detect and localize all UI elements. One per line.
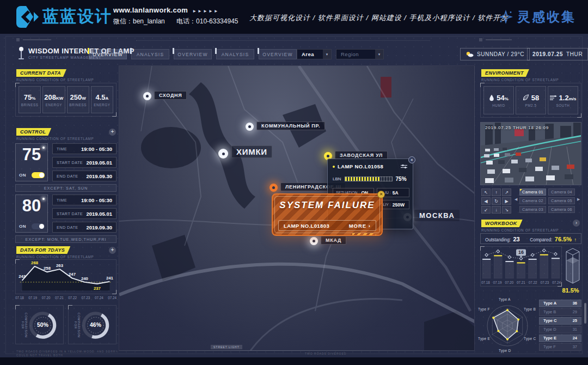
map-pin-skhodnya[interactable] bbox=[143, 92, 151, 100]
city-map[interactable]: СХОДНЯ КОММУНАЛЬНЫЙ ПР. ХИМКИ ЗАВОДСКАЯ … bbox=[119, 65, 475, 351]
map-pin-leningradskoe[interactable] bbox=[270, 184, 278, 192]
line-chart: 243268258263247240237241 bbox=[16, 260, 116, 294]
caret-down-icon: ▾ bbox=[323, 50, 331, 59]
close-icon[interactable]: ✕ bbox=[377, 191, 385, 198]
camera-02-button[interactable]: Camera 02 bbox=[519, 197, 546, 204]
time-row[interactable]: TIME19:00 - 05:30 bbox=[52, 194, 117, 205]
brightness-bar[interactable] bbox=[345, 177, 393, 181]
control-add-button[interactable]: + bbox=[109, 129, 116, 136]
stat-humidity: 54% HUMID bbox=[483, 86, 514, 114]
type-b-row[interactable]: Type B29 bbox=[539, 308, 581, 316]
svg-text:50%: 50% bbox=[37, 322, 48, 328]
pan-down-left-button[interactable]: ↙ bbox=[481, 206, 491, 214]
footer-micro-text: TWO ROADS DIVERGED bbox=[305, 352, 346, 355]
axis-tick-label: 07.24 bbox=[95, 296, 103, 300]
workbook-more-button[interactable]: › bbox=[573, 220, 580, 227]
bottom-bar bbox=[0, 357, 588, 365]
type-f-row[interactable]: Type F37 bbox=[539, 343, 581, 351]
svg-text:237: 237 bbox=[94, 286, 101, 291]
svg-text:263: 263 bbox=[56, 263, 64, 268]
stat-energy-kw: 208KW ENERGY bbox=[42, 86, 65, 113]
data7-expand-button[interactable]: + bbox=[109, 247, 116, 254]
logo-text: 蓝蓝设计 bbox=[42, 5, 112, 28]
tab-overview-3[interactable]: OVERVIEW bbox=[259, 49, 297, 59]
type-e-row[interactable]: Type E24 bbox=[539, 334, 581, 342]
end-date-row[interactable]: END DATE2019.09.30 bbox=[52, 222, 117, 233]
camera-list-prev-icon[interactable]: ◀ bbox=[514, 197, 517, 202]
radar-axis-label: Type F bbox=[478, 307, 490, 311]
on-label: ON bbox=[19, 224, 26, 229]
workbook-bar-chart: 16 bbox=[481, 247, 561, 279]
inspiration-collect[interactable]: 灵感收集 bbox=[499, 8, 576, 26]
close-icon[interactable]: ✕ bbox=[408, 156, 415, 163]
scrollbar-thumb[interactable] bbox=[584, 303, 586, 324]
start-date-row[interactable]: START DATE2019.05.01 bbox=[52, 208, 117, 219]
except-days-1: EXCEPT: SAT, SUN bbox=[15, 184, 117, 192]
tab-analysis-2[interactable]: ANALYSIS bbox=[216, 49, 254, 59]
map-pin-khimki[interactable] bbox=[218, 149, 228, 159]
pan-down-button[interactable]: ↓ bbox=[492, 206, 501, 214]
line-chart-x-axis: 07.1807.1907.2007.2107.2207.2307.2407.24 bbox=[15, 296, 117, 300]
lamp-toggle-2[interactable] bbox=[32, 223, 45, 229]
pan-down-right-button[interactable]: ↘ bbox=[502, 206, 511, 214]
sliders-icon[interactable] bbox=[400, 164, 408, 169]
area-select[interactable]: Area ▾ bbox=[297, 49, 332, 59]
prism-percent: 81.5% bbox=[560, 287, 581, 294]
pan-left-button[interactable]: ◀ bbox=[481, 197, 491, 205]
failure-title: SYSTEM FAILURE bbox=[279, 200, 376, 211]
workbook-stats: Outstanding: 23 Compared: 76.5% ↑ bbox=[480, 233, 581, 244]
website-link[interactable]: www.lanlanwork.com bbox=[113, 6, 188, 14]
outstanding-value: 23 bbox=[513, 236, 520, 242]
type-d-row[interactable]: Type D31 bbox=[539, 326, 581, 333]
camera-timestamp: 2019.07.25 THUR 18:26:09 bbox=[485, 125, 549, 130]
time-row[interactable]: TIME19:00 - 05:30 bbox=[52, 143, 117, 154]
pan-up-right-button[interactable]: ↗ bbox=[502, 188, 511, 196]
radar-axis-label: Type B bbox=[524, 307, 536, 311]
tab-overview-1[interactable]: OVERVIEW bbox=[89, 49, 127, 59]
pan-up-button[interactable]: ↑ bbox=[492, 188, 501, 196]
refresh-button[interactable]: ↻ bbox=[492, 197, 501, 205]
svg-text:16: 16 bbox=[518, 250, 524, 255]
stat-briness-pct: 75% BRINESS bbox=[19, 86, 41, 113]
map-pin-mkad[interactable] bbox=[310, 237, 318, 245]
end-date-row[interactable]: END DATE2019.09.30 bbox=[52, 171, 117, 181]
map-pin-kommunalny[interactable] bbox=[246, 123, 254, 131]
pan-right-button[interactable]: ▶ bbox=[502, 197, 511, 205]
camera-03-button[interactable]: Camera 03 bbox=[519, 206, 546, 213]
donut-gauge: 46% bbox=[72, 306, 115, 345]
control-subtitle: RUNNING CONDITION OF STREETLAMP bbox=[16, 137, 94, 141]
chevron-right-icon: › bbox=[369, 223, 371, 229]
current-data-stats: 75% BRINESS 208KW ENERGY 250W BRINESS 4.… bbox=[15, 83, 117, 117]
deco-dotline bbox=[136, 40, 430, 41]
map-label-mkad: МКАД bbox=[321, 236, 346, 245]
dashboard-screen: 蓝蓝设计 www.lanlanwork.com►►►►► 微信：ben_lanl… bbox=[0, 0, 588, 365]
lamp-toggle-1[interactable] bbox=[32, 172, 45, 178]
data7-subtitle: RUNNING CONDITION OF STREETLAMP bbox=[16, 255, 94, 259]
stat-energy-a: 4.5A ENERGY bbox=[91, 86, 113, 113]
deco-chip bbox=[479, 38, 482, 41]
type-c-row[interactable]: Type C25 bbox=[539, 317, 581, 325]
workbook-chart-frame: 16 07.1807.1907.2007.2107.2207.2307.24 bbox=[480, 246, 562, 287]
more-button[interactable]: MORE › bbox=[349, 223, 371, 229]
camera-06-button[interactable]: Camera 06 bbox=[548, 206, 575, 213]
camera-04-button[interactable]: Camera 04 bbox=[548, 188, 575, 196]
camera-05-button[interactable]: Camera 05 bbox=[548, 197, 575, 204]
compared-label: Compared: bbox=[530, 237, 552, 242]
camera-list-next-icon[interactable]: ▶ bbox=[577, 197, 580, 202]
pan-up-left-button[interactable]: ↖ bbox=[481, 188, 491, 196]
footer-micro-text: TWO ROADS DIVERGED IN A YELLOW WOOD, AND… bbox=[16, 350, 118, 353]
camera-01-button[interactable]: Camera 01 bbox=[519, 188, 546, 196]
map-label-skhodnya: СХОДНЯ bbox=[154, 91, 187, 100]
region-select[interactable]: Region ▾ bbox=[336, 49, 384, 59]
failure-lamp-id: LAMP NO.L01803 bbox=[284, 223, 329, 229]
hazard-stripes bbox=[352, 233, 376, 235]
type-a-row[interactable]: Type A36 bbox=[539, 300, 581, 307]
tab-overview-2[interactable]: OVERVIEW bbox=[174, 49, 212, 59]
promo-banner: 蓝蓝设计 www.lanlanwork.com►►►►► 微信：ben_lanl… bbox=[0, 0, 588, 34]
svg-text:243: 243 bbox=[19, 274, 26, 279]
control-badge: CONTROL bbox=[16, 128, 51, 136]
tab-analysis-1[interactable]: ANALYSIS bbox=[131, 49, 169, 59]
camera-feed[interactable]: 2019.07.25 THUR 18:26:09 bbox=[480, 122, 581, 185]
start-date-row[interactable]: START DATE2019.05.01 bbox=[52, 157, 117, 168]
axis-tick-label: 07.23 bbox=[82, 296, 90, 300]
